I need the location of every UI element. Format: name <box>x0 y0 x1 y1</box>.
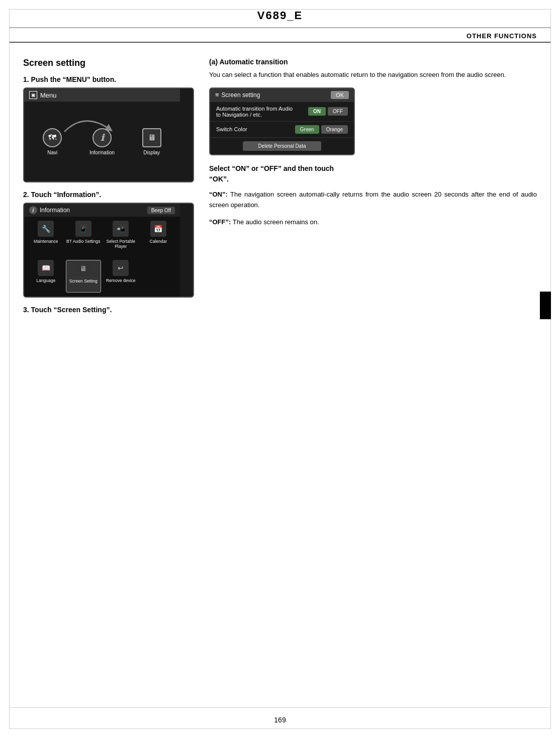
language-icon: 📖 <box>38 260 54 276</box>
remove-device-icon: ↩ <box>113 260 129 276</box>
information-icon: ℹ <box>92 128 112 147</box>
step-3-label: 3. Touch “Screen Setting”. <box>23 306 194 314</box>
menu-bar-label: Menu <box>40 91 57 99</box>
delete-personal-data-button[interactable]: Delete Personal Data <box>243 141 321 151</box>
page-header: V689_E <box>9 0 551 28</box>
on-button[interactable]: ON <box>308 107 326 116</box>
menu-items-container: 🗺 Navi <box>24 102 180 181</box>
menu-item-navi: 🗺 Navi <box>43 128 62 155</box>
display-icon: 🖥 <box>142 128 161 147</box>
off-description: “OFF”: The audio screen remains on. <box>209 217 537 228</box>
orange-button[interactable]: Orange <box>321 125 348 134</box>
ss-bar-label: Screen setting <box>222 91 260 99</box>
info-bar: i Information Beep Off <box>24 204 180 217</box>
maintenance-icon: 🔧 <box>38 221 54 237</box>
off-button[interactable]: OFF <box>328 107 348 116</box>
menu-item-information: ℹ Information <box>89 128 115 155</box>
ss-bar-left: ≡ Screen setting <box>215 91 260 99</box>
info-item-language: 📖 Language <box>28 260 64 293</box>
menu-item-display: 🖥 Display <box>142 128 161 155</box>
info-grid: 🔧 Maintenance 📱 BT Audio Settings 📲 Sele… <box>24 217 180 297</box>
switch-color-row: Switch Color Green Orange <box>210 121 354 137</box>
section-header: OTHER FUNCTIONS <box>9 28 551 43</box>
info-item-select-portable: 📲 Select Portable Player <box>103 221 139 258</box>
info-screen-mockup: i Information Beep Off 🔧 Maintenance <box>23 203 194 298</box>
step-2: 2. Touch “Information”. i Information Be… <box>23 191 194 298</box>
info-bar-label: Information <box>40 207 70 214</box>
page-number: 169 <box>274 716 286 724</box>
calendar-icon: 📅 <box>150 221 166 237</box>
bt-audio-label: BT Audio Settings <box>66 239 100 244</box>
header-title: V689_E <box>257 9 303 22</box>
info-item-screen-setting[interactable]: 🖥 Screen Setting <box>66 260 102 293</box>
on-bold: “ON”: <box>209 191 228 198</box>
delete-row: Delete Personal Data <box>210 137 354 154</box>
information-label: Information <box>89 150 115 155</box>
info-item-maintenance: 🔧 Maintenance <box>28 221 64 258</box>
info-bar-left: i Information <box>29 206 70 214</box>
section-title: OTHER FUNCTIONS <box>466 32 537 40</box>
portable-label: Select Portable Player <box>103 239 139 249</box>
remove-device-label: Remove device <box>106 278 136 283</box>
beep-off-button: Beep Off <box>147 207 175 214</box>
step-2-label: 2. Touch “Information”. <box>23 191 194 199</box>
ss-bar-icon: ≡ <box>215 91 219 99</box>
right-column: (a) Automatic transition You can select … <box>209 58 537 322</box>
screen-setting-mockup: ≡ Screen setting OK Automatic transition… <box>209 87 355 155</box>
footer: 169 <box>0 716 560 724</box>
sub-heading-a: (a) Automatic transition <box>209 58 537 66</box>
menu-bar-icon: ▣ <box>29 91 37 99</box>
screen-setting-icon: 🖥 <box>75 260 91 276</box>
info-icon: i <box>29 206 37 214</box>
step-1-label: 1. Push the “MENU” button. <box>23 75 194 83</box>
display-label: Display <box>143 150 160 155</box>
black-highlight-bar <box>540 292 551 319</box>
navi-label: Navi <box>47 150 57 155</box>
portable-icon: 📲 <box>113 221 129 237</box>
main-content: Screen setting 1. Push the “MENU” button… <box>9 43 551 332</box>
calendar-label: Calendar <box>150 239 167 244</box>
ok-button[interactable]: OK <box>331 91 349 99</box>
on-off-toggle: ON OFF <box>308 107 348 116</box>
menu-screen-mockup: ▣ Menu 🗺 Navi <box>23 87 194 182</box>
screen-setting-label: Screen Setting <box>69 279 98 284</box>
auto-transition-label: Automatic transition from Audio to Navig… <box>216 106 308 118</box>
footer-divider <box>9 707 551 708</box>
maintenance-label: Maintenance <box>34 239 58 244</box>
off-bold: “OFF”: <box>209 218 231 226</box>
left-column: Screen setting 1. Push the “MENU” button… <box>23 58 194 322</box>
navi-icon: 🗺 <box>43 128 62 147</box>
info-item-calendar: 📅 Calendar <box>141 221 176 258</box>
menu-screen: ▣ Menu 🗺 Navi <box>24 88 180 181</box>
step-3: 3. Touch “Screen Setting”. <box>23 306 194 314</box>
info-screen: i Information Beep Off 🔧 Maintenance <box>24 204 180 297</box>
color-toggle: Green Orange <box>295 125 348 134</box>
step-1: 1. Push the “MENU” button. ▣ Menu 🗺 Navi <box>23 75 194 182</box>
switch-color-label: Switch Color <box>216 126 295 132</box>
on-description: “ON”: The navigation screen automati-cal… <box>209 190 537 211</box>
auto-transition-row: Automatic transition from Audio to Navig… <box>210 102 354 121</box>
language-label: Language <box>36 278 55 283</box>
select-ok-text: Select “ON” or “OFF” and then touch“OK”. <box>209 163 537 185</box>
ss-bar: ≡ Screen setting OK <box>210 88 354 102</box>
info-item-bt-audio: 📱 BT Audio Settings <box>66 221 102 258</box>
bt-audio-icon: 📱 <box>75 221 91 237</box>
section-heading: Screen setting <box>23 58 194 68</box>
green-button[interactable]: Green <box>295 125 319 134</box>
menu-bar: ▣ Menu <box>24 88 180 102</box>
body-text-1: You can select a function that enables a… <box>209 70 537 80</box>
info-item-remove-device: ↩ Remove device <box>103 260 139 293</box>
